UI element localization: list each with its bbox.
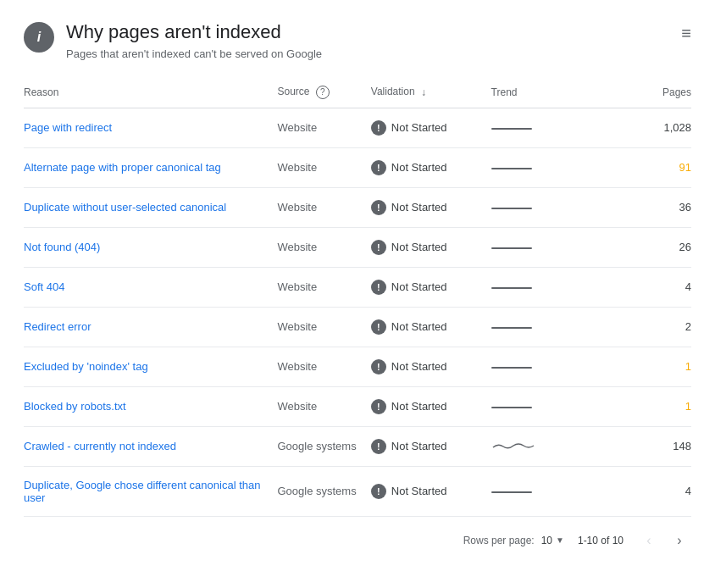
table-row: Excluded by 'noindex' tagWebsite!Not Sta… <box>24 347 691 386</box>
trend-flat-line <box>491 367 532 369</box>
warn-icon: ! <box>371 240 386 255</box>
cell-source: Website <box>277 147 370 187</box>
table-row: Crawled - currently not indexedGoogle sy… <box>24 426 691 466</box>
cell-pages: 36 <box>611 187 691 227</box>
not-started-label: Not Started <box>391 201 447 214</box>
data-table: Reason Source ? Validation ↓ Trend Pages… <box>24 77 691 517</box>
trend-flat-line <box>491 287 532 289</box>
table-row: Redirect errorWebsite!Not Started2 <box>24 307 691 347</box>
cell-reason[interactable]: Duplicate without user-selected canonica… <box>24 187 277 227</box>
warn-icon: ! <box>371 200 386 215</box>
cell-reason[interactable]: Not found (404) <box>24 227 277 267</box>
not-started-label: Not Started <box>391 400 447 413</box>
warn-icon: ! <box>371 319 386 335</box>
source-help-icon[interactable]: ? <box>316 86 330 99</box>
cell-source: Website <box>277 187 370 227</box>
warn-icon: ! <box>371 399 386 414</box>
table-row: Duplicate, Google chose different canoni… <box>24 466 691 516</box>
trend-flat-line <box>491 327 532 329</box>
trend-flat-line <box>491 128 532 130</box>
cell-trend <box>491 108 612 147</box>
prev-page-button: ‹ <box>637 529 661 552</box>
cell-pages: 148 <box>611 426 691 466</box>
cell-source: Website <box>277 347 370 386</box>
cell-reason[interactable]: Blocked by robots.txt <box>24 386 277 426</box>
cell-trend <box>491 227 612 267</box>
cell-source: Google systems <box>277 426 370 466</box>
table-row: Alternate page with proper canonical tag… <box>24 147 691 187</box>
not-started-label: Not Started <box>391 161 447 174</box>
not-started-label: Not Started <box>391 121 447 134</box>
cell-validation: !Not Started <box>371 466 491 516</box>
info-icon: i <box>24 22 54 53</box>
rows-per-page-chevron: ▼ <box>556 535 564 545</box>
footer-rows-per-page: Rows per page: 10 ▼ <box>463 535 564 546</box>
cell-reason[interactable]: Redirect error <box>24 307 277 347</box>
table-row: Page with redirectWebsite!Not Started1,0… <box>24 108 691 147</box>
warn-icon: ! <box>371 439 386 454</box>
cell-reason[interactable]: Alternate page with proper canonical tag <box>24 147 277 187</box>
cell-reason[interactable]: Page with redirect <box>24 108 277 147</box>
table-row: Duplicate without user-selected canonica… <box>24 187 691 227</box>
warn-icon: ! <box>371 160 386 175</box>
col-header-validation[interactable]: Validation ↓ <box>371 77 491 108</box>
cell-reason[interactable]: Duplicate, Google chose different canoni… <box>24 466 277 516</box>
table-body: Page with redirectWebsite!Not Started1,0… <box>24 108 691 516</box>
cell-pages: 4 <box>611 466 691 516</box>
cell-source: Google systems <box>277 466 370 516</box>
col-header-trend: Trend <box>491 77 612 108</box>
not-started-label: Not Started <box>391 360 447 373</box>
cell-trend <box>491 466 612 516</box>
cell-trend <box>491 187 612 227</box>
cell-validation: !Not Started <box>371 426 491 466</box>
cell-reason[interactable]: Soft 404 <box>24 267 277 307</box>
cell-validation: !Not Started <box>371 187 491 227</box>
not-started-label: Not Started <box>391 320 447 333</box>
cell-pages: 1 <box>611 386 691 426</box>
footer-range: 1-10 of 10 <box>578 535 624 546</box>
cell-reason[interactable]: Crawled - currently not indexed <box>24 426 277 466</box>
cell-validation: !Not Started <box>371 147 491 187</box>
cell-source: Website <box>277 108 370 147</box>
cell-source: Website <box>277 267 370 307</box>
sort-arrow-icon: ↓ <box>421 86 426 98</box>
cell-trend <box>491 307 612 347</box>
trend-flat-line <box>491 168 532 169</box>
header-text: Why pages aren't indexed Pages that aren… <box>66 20 322 60</box>
rows-per-page-label: Rows per page: <box>463 535 535 546</box>
warn-icon: ! <box>371 359 386 374</box>
rows-per-page-select[interactable]: 10 ▼ <box>541 535 564 546</box>
cell-pages: 4 <box>611 267 691 307</box>
trend-flat-line <box>491 247 532 249</box>
footer-navigation: ‹ › <box>637 529 691 552</box>
cell-pages: 1,028 <box>611 108 691 147</box>
cell-pages: 26 <box>611 227 691 267</box>
header-left: i Why pages aren't indexed Pages that ar… <box>24 20 322 60</box>
not-started-label: Not Started <box>391 440 447 452</box>
table-header-row: Reason Source ? Validation ↓ Trend Pages <box>24 77 691 108</box>
rows-per-page-value: 10 <box>541 535 552 546</box>
cell-validation: !Not Started <box>371 108 491 147</box>
warn-icon: ! <box>371 484 386 499</box>
warn-icon: ! <box>371 120 386 136</box>
col-header-reason: Reason <box>24 77 277 108</box>
not-started-label: Not Started <box>391 485 447 497</box>
not-started-label: Not Started <box>391 241 447 253</box>
trend-flat-line <box>491 491 532 493</box>
cell-trend <box>491 426 612 466</box>
page-header: i Why pages aren't indexed Pages that ar… <box>24 20 691 60</box>
cell-validation: !Not Started <box>371 347 491 386</box>
page-container: i Why pages aren't indexed Pages that ar… <box>0 0 715 566</box>
trend-wavy-line <box>491 441 535 450</box>
cell-trend <box>491 347 612 386</box>
cell-pages: 91 <box>611 147 691 187</box>
filter-icon[interactable]: ≡ <box>681 24 691 43</box>
cell-pages: 2 <box>611 307 691 347</box>
cell-reason[interactable]: Excluded by 'noindex' tag <box>24 347 277 386</box>
col-header-source: Source ? <box>277 77 370 108</box>
cell-trend <box>491 267 612 307</box>
cell-source: Website <box>277 307 370 347</box>
next-page-button[interactable]: › <box>668 529 691 552</box>
cell-validation: !Not Started <box>371 227 491 267</box>
table-row: Soft 404Website!Not Started4 <box>24 267 691 307</box>
